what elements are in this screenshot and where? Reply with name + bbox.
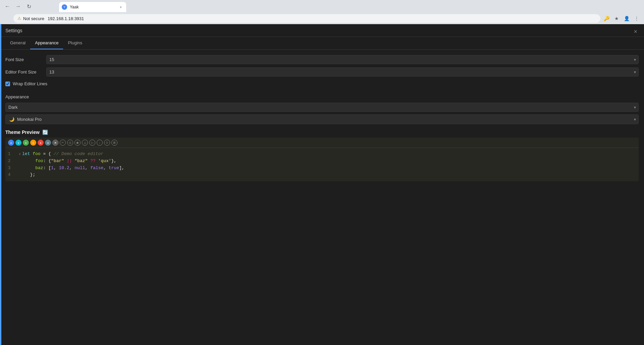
toolbar-icon-circle3[interactable]: ◬ — [82, 140, 88, 146]
brace-paren: { — [48, 158, 51, 165]
eq-sign: = — [41, 151, 48, 158]
reload-button[interactable]: ↻ — [24, 2, 34, 11]
menu-button[interactable]: ⋮ — [632, 14, 641, 23]
code-line-4: 4 }; — [5, 171, 639, 179]
settings-tabs: General Appearance Plugins — [0, 37, 644, 50]
line-num-1: 1 — [8, 151, 16, 157]
line-num-4: 4 — [8, 172, 16, 178]
str-bar: "bar" — [51, 158, 64, 165]
toolbar-icon-orange[interactable]: ● — [30, 140, 36, 146]
code-line-1: 1 ∨ let foo = { // Demo code editor — [5, 151, 639, 158]
theme-dropdown[interactable]: 🌙 Monokai Pro ▾ — [5, 114, 639, 124]
line-arrow-1: ∨ — [19, 152, 21, 157]
prop-baz: baz — [35, 165, 43, 172]
font-size-select[interactable]: 15 12 13 14 16 18 — [46, 55, 639, 64]
editor-font-size-label: Editor Font Size — [5, 69, 42, 75]
left-accent — [0, 24, 1, 345]
keyword-let: let — [22, 151, 30, 158]
colon-1: : — [43, 158, 49, 165]
font-size-label: Font Size — [5, 57, 42, 62]
colon-2: : — [43, 165, 49, 172]
toolbar-icon-circle2[interactable]: ◉ — [75, 140, 81, 146]
prop-foo: foo — [35, 158, 43, 165]
code-line-2: 2 foo : { "bar" || "baz" ?? 'qux' } — [5, 158, 639, 165]
browser-top-bar: ← → ↻ Y Yaak × — [0, 0, 644, 13]
settings-close-button[interactable]: × — [632, 27, 639, 37]
op-or: || — [67, 158, 72, 165]
theme-label: Monokai Pro — [17, 117, 42, 122]
toolbar-icon-dark[interactable]: ● — [45, 140, 51, 146]
kw-true: true — [109, 165, 119, 172]
toolbar-icon-circle5[interactable]: ↓ — [97, 140, 103, 146]
theme-preview-header: Theme Preview 🔄 — [5, 130, 639, 135]
num-1: 1 — [51, 165, 54, 172]
browser-tab[interactable]: Y Yaak × — [59, 2, 126, 12]
bookmark-button[interactable]: ★ — [612, 14, 621, 23]
bracket-close: ], — [119, 165, 125, 172]
profile-button[interactable]: 👤 — [622, 14, 631, 23]
forward-button[interactable]: → — [13, 2, 23, 11]
kw-false: false — [90, 165, 103, 172]
var-foo: foo — [33, 151, 40, 158]
toolbar-icon-green[interactable]: ● — [23, 140, 29, 146]
wrap-editor-lines-label[interactable]: Wrap Editor Lines — [13, 81, 47, 86]
tab-plugins[interactable]: Plugins — [63, 37, 87, 49]
wrap-editor-lines-row: Wrap Editor Lines — [5, 80, 639, 88]
appearance-select[interactable]: Dark Light System — [5, 103, 639, 112]
theme-preview-refresh-icon[interactable]: 🔄 — [42, 130, 48, 135]
settings-panel: Settings × General Appearance Plugins Fo… — [0, 24, 644, 345]
bracket-open: [ — [48, 165, 51, 172]
key-icon-btn[interactable]: 🔑 — [602, 14, 611, 23]
brace-close2: }; — [30, 171, 36, 179]
num-2: 10.2 — [59, 165, 69, 172]
theme-preview-label: Theme Preview — [5, 130, 40, 135]
browser-chrome: ← → ↻ Y Yaak × ⚠ Not secure 192.168.1.18… — [0, 0, 644, 24]
str-baz: "baz" — [75, 158, 88, 165]
moon-icon: 🌙 — [9, 117, 14, 122]
theme-dropdown-row: 🌙 Monokai Pro ▾ — [5, 114, 639, 124]
font-size-row: Font Size 15 12 13 14 16 18 — [5, 55, 639, 64]
security-label: Not secure — [23, 16, 44, 21]
font-size-select-wrapper: 15 12 13 14 16 18 — [46, 55, 639, 64]
code-editor: 1 ∨ let foo = { // Demo code editor 2 fo… — [5, 148, 639, 181]
address-bar-row: ⚠ Not secure 192.168.1.18:3931 🔑 ★ 👤 ⋮ — [0, 13, 644, 24]
brace-close1: }, — [111, 158, 117, 165]
appearance-section-title: Appearance — [5, 94, 639, 99]
theme-chevron-icon: ▾ — [634, 117, 636, 122]
browser-actions: 🔑 ★ 👤 ⋮ — [602, 14, 641, 23]
kw-null: null — [75, 165, 85, 172]
tab-bar: Y Yaak × — [35, 1, 126, 12]
settings-header: Settings × — [0, 24, 644, 37]
toolbar-icon-cyan[interactable]: ● — [15, 140, 21, 146]
tab-close-button[interactable]: × — [118, 4, 123, 10]
theme-preview-box: ● ● ● ● ● ● ✕ ✂ ◎ ◉ ◬ ▷ ↓ ⊙ ⊠ 1 — [5, 138, 639, 181]
address-bar[interactable]: ⚠ Not secure 192.168.1.18:3931 — [13, 14, 600, 23]
appearance-select-wrapper: Dark Light System — [5, 103, 639, 112]
toolbar-icon-circle7[interactable]: ⊠ — [111, 140, 117, 146]
op-nullish: ?? — [90, 158, 96, 165]
brace-open: { — [48, 151, 51, 158]
settings-title: Settings — [5, 28, 22, 36]
back-button[interactable]: ← — [3, 2, 12, 11]
wrap-editor-lines-checkbox[interactable] — [5, 82, 10, 86]
settings-content: Font Size 15 12 13 14 16 18 Editor Font … — [0, 50, 644, 344]
toolbar-icon-circle6[interactable]: ⊙ — [104, 140, 110, 146]
toolbar-icon-circle1[interactable]: ◎ — [67, 140, 73, 146]
toolbar-icon-blue[interactable]: ● — [8, 140, 14, 146]
tab-appearance[interactable]: Appearance — [30, 37, 63, 49]
line-num-3: 3 — [8, 165, 16, 171]
appearance-dropdown-row: Dark Light System — [5, 103, 639, 112]
theme-preview-toolbar: ● ● ● ● ● ● ✕ ✂ ◎ ◉ ◬ ▷ ↓ ⊙ ⊠ — [5, 138, 639, 148]
tab-general[interactable]: General — [5, 37, 30, 49]
toolbar-icon-gray[interactable]: ✕ — [52, 140, 58, 146]
line-num-2: 2 — [8, 158, 16, 164]
editor-font-size-select[interactable]: 13 10 11 12 14 16 — [46, 67, 639, 77]
tab-favicon: Y — [62, 4, 67, 10]
toolbar-icon-cut[interactable]: ✂ — [60, 140, 66, 146]
code-line-3: 3 baz : [ 1 , 10.2 , null , false , true — [5, 165, 639, 172]
toolbar-icon-red[interactable]: ● — [38, 140, 44, 146]
tab-title: Yaak — [70, 5, 115, 9]
security-icon: ⚠ — [17, 16, 21, 21]
editor-font-size-select-wrapper: 13 10 11 12 14 16 — [46, 67, 639, 77]
toolbar-icon-circle4[interactable]: ▷ — [89, 140, 95, 146]
